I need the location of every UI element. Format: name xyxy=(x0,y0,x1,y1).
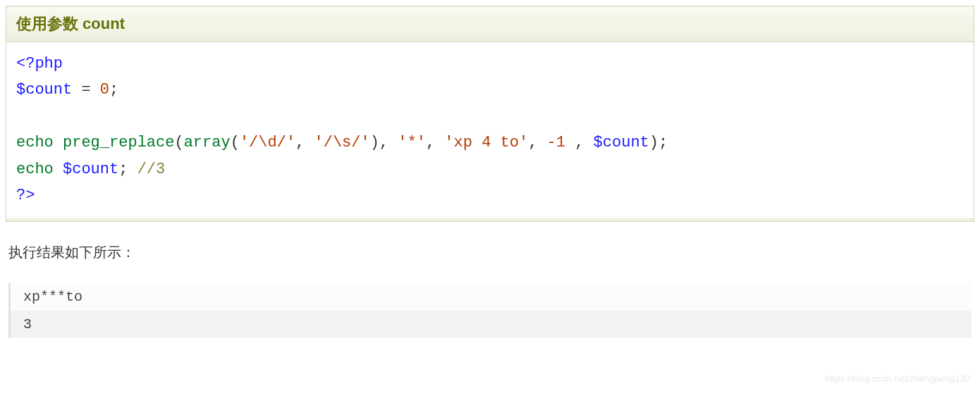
code-open-tag: <?php xyxy=(16,55,63,73)
code-block: <?php $count = 0; echo preg_replace(arra… xyxy=(6,42,974,221)
output-box: xp***to 3 xyxy=(8,283,972,338)
code-func-preg-replace: preg_replace xyxy=(63,134,174,151)
example-header: 使用参数 count xyxy=(6,6,974,42)
code-comment: //3 xyxy=(137,161,166,178)
code-close-tag: ?> xyxy=(16,187,35,204)
code-var-count: $count xyxy=(16,81,72,99)
output-line-1: xp***to xyxy=(11,283,972,311)
code-array: array xyxy=(184,134,231,151)
output-line-2: 3 xyxy=(11,311,972,338)
example-title: 使用参数 count xyxy=(16,15,125,32)
code-echo-1: echo xyxy=(16,134,63,151)
code-echo-2: echo xyxy=(16,161,63,178)
example-box: 使用参数 count <?php $count = 0; echo preg_r… xyxy=(6,6,974,222)
result-label: 执行结果如下所示： xyxy=(8,243,972,262)
